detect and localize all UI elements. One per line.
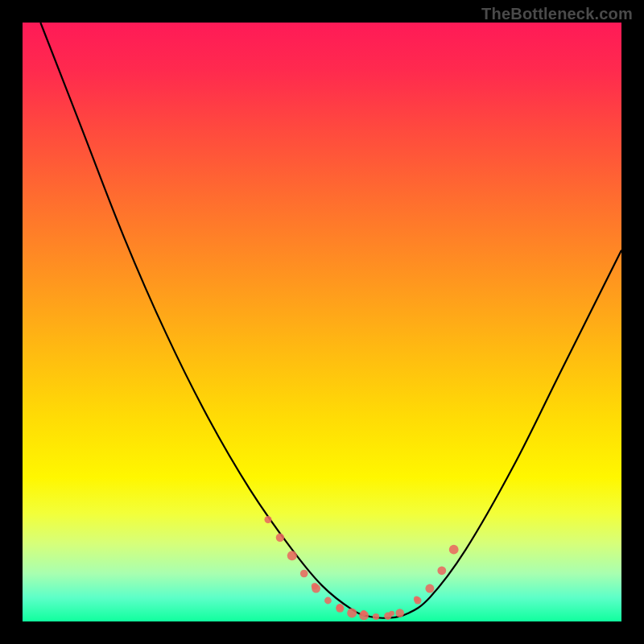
marker-dot <box>276 534 284 542</box>
marker-dot <box>336 604 343 610</box>
curve-group <box>40 23 621 618</box>
marker-dot <box>437 566 446 575</box>
markers-group <box>265 516 459 620</box>
marker-dot <box>265 516 272 523</box>
bottleneck-curve <box>40 23 621 618</box>
marker-dot <box>300 570 308 578</box>
marker-dot <box>324 597 332 605</box>
marker-dot <box>347 609 357 618</box>
marker-dot <box>361 610 366 616</box>
marker-dot <box>373 613 379 620</box>
watermark-text: TheBottleneck.com <box>481 5 633 23</box>
marker-dot <box>312 583 318 589</box>
marker-dot <box>395 609 404 617</box>
marker-dot <box>287 551 297 560</box>
marker-dot <box>425 584 434 593</box>
marker-dot <box>449 545 459 555</box>
chart-svg <box>23 23 621 621</box>
plot-area <box>23 23 621 621</box>
frame: TheBottleneck.com <box>0 0 644 644</box>
marker-dot <box>389 611 394 617</box>
marker-dot <box>414 597 419 602</box>
